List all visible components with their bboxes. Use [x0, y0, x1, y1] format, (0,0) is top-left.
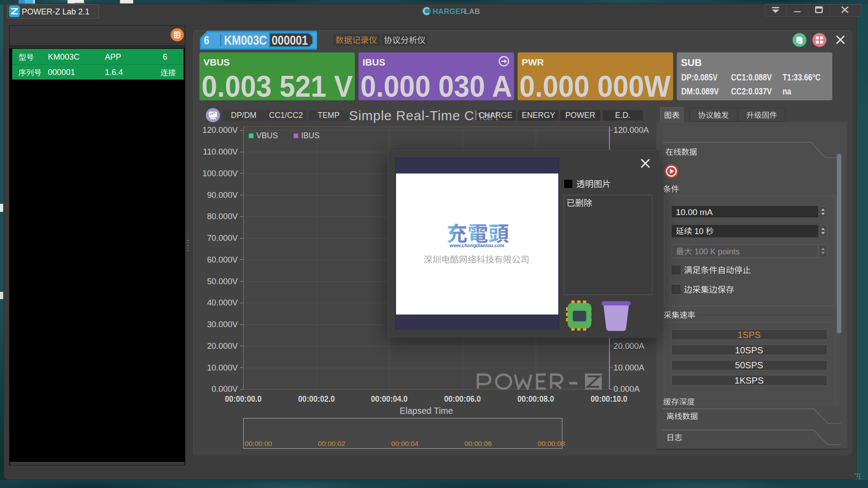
- svg-text:0: 0: [699, 247, 703, 256]
- svg-text:K: K: [710, 247, 716, 256]
- svg-text:s: s: [736, 247, 740, 256]
- svg-text:1: 1: [694, 227, 699, 236]
- svg-text:0: 0: [703, 247, 708, 256]
- svg-text:p: p: [718, 247, 722, 256]
- svg-text:1: 1: [694, 247, 699, 256]
- svg-text:0: 0: [699, 227, 703, 236]
- svg-text:n: n: [729, 247, 733, 256]
- svg-text:o: o: [722, 247, 727, 256]
